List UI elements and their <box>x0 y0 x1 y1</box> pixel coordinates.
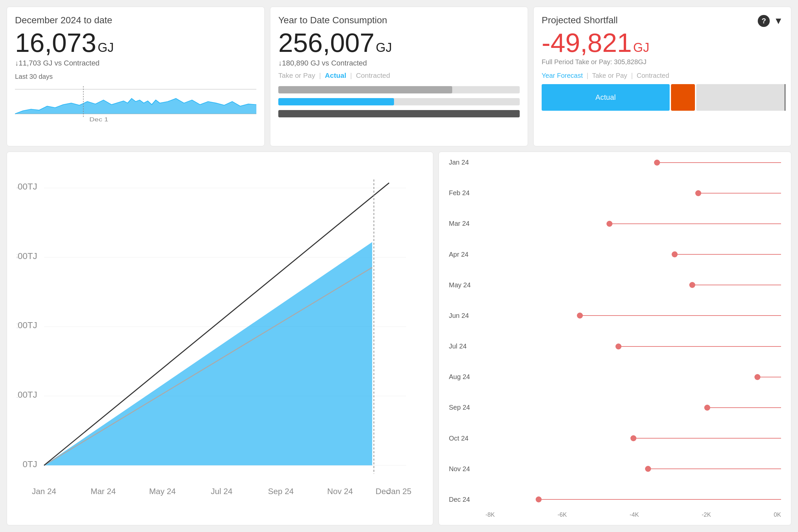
toggle-year-forecast[interactable]: Year Forecast <box>542 72 583 79</box>
large-chart-card: 400TJ 300TJ 200TJ 100TJ 0TJ Dec <box>7 152 433 525</box>
lollipop-dot <box>577 312 583 319</box>
toggle-contracted2[interactable]: Contracted <box>637 72 669 79</box>
lollipop-container: Jan 24Feb 24Mar 24Apr 24May 24Jun 24Jul … <box>449 158 781 508</box>
lollipop-month-label: May 24 <box>449 281 486 289</box>
toggle-takepay[interactable]: Take or Pay <box>278 72 315 79</box>
lollipop-month-label: Jul 24 <box>449 342 486 350</box>
lollipop-line <box>757 377 781 377</box>
card-year-to-date: Year to Date Consumption 256,007 GJ ↓180… <box>270 7 528 146</box>
lollipop-month-label: Jun 24 <box>449 312 486 320</box>
lollipop-track <box>486 315 781 316</box>
lollipop-track <box>486 438 781 439</box>
bar-row-contracted <box>278 110 520 117</box>
lollipop-chart-card: Jan 24Feb 24Mar 24Apr 24May 24Jun 24Jul … <box>439 152 791 525</box>
card3-header: Projected Shortfall ? ▼ <box>542 15 783 30</box>
lollipop-line <box>674 254 781 255</box>
large-area-chart: 400TJ 300TJ 200TJ 100TJ 0TJ Dec <box>17 158 423 518</box>
bar-fill-takepay <box>278 86 452 93</box>
svg-text:0TJ: 0TJ <box>23 459 37 469</box>
sf-actual-bar: Actual <box>542 84 670 111</box>
card2-value: 256,007 <box>278 30 374 56</box>
svg-text:Jul 24: Jul 24 <box>211 487 232 496</box>
lollipop-month-label: Mar 24 <box>449 220 486 227</box>
svg-text:300TJ: 300TJ <box>17 251 37 261</box>
lollipop-dot <box>615 343 622 349</box>
sf-forecast-bar <box>671 84 695 111</box>
shortfall-bars-row: Actual <box>542 84 783 111</box>
svg-marker-14 <box>44 242 372 466</box>
bar-row-actual <box>278 98 520 106</box>
card2-title: Year to Date Consumption <box>278 15 520 25</box>
lollipop-line <box>707 407 781 408</box>
lollipop-month-label: Jan 24 <box>449 158 486 166</box>
full-period-label: Full Period Take or Pay: 305,828GJ <box>542 58 783 66</box>
svg-text:Nov 24: Nov 24 <box>327 487 353 496</box>
sparkline-chart: Dec 1 <box>15 83 256 123</box>
lollipop-track <box>486 223 781 225</box>
lollipop-dot <box>630 435 636 441</box>
card2-toggle[interactable]: Take or Pay | Actual | Contracted <box>278 72 520 79</box>
lollipop-row: Sep 24 <box>449 404 781 411</box>
toggle-actual[interactable]: Actual <box>325 72 346 79</box>
card-december-to-date: December 2024 to date 16,073 GJ ↓11,703 … <box>7 7 265 146</box>
toggle-contracted[interactable]: Contracted <box>356 72 390 79</box>
help-icon[interactable]: ? <box>758 15 770 27</box>
toggle-takepay2[interactable]: Take or Pay <box>592 72 627 79</box>
lollipop-line <box>539 499 781 500</box>
lollipop-row: Dec 24 <box>449 496 781 504</box>
bar-track-actual <box>278 98 520 106</box>
lollipop-axis: -8K -6K -4K -2K 0K <box>449 511 781 518</box>
lollipop-month-label: Nov 24 <box>449 465 486 473</box>
shortfall-toggle[interactable]: Year Forecast | Take or Pay | Contracted <box>542 72 783 79</box>
bar-row-takepay <box>278 86 520 93</box>
lollipop-track <box>486 376 781 378</box>
lollipop-row: Apr 24 <box>449 251 781 258</box>
lollipop-month-label: Dec 24 <box>449 496 486 504</box>
sf-takepay-bar <box>696 84 786 111</box>
axis-label-6k: -6K <box>557 511 567 518</box>
lollipop-month-label: Aug 24 <box>449 373 486 381</box>
lollipop-row: Feb 24 <box>449 189 781 197</box>
lollipop-line <box>698 193 781 193</box>
lollipop-line <box>657 162 781 163</box>
lollipop-dot <box>536 496 542 502</box>
shortfall-chart: Actual <box>542 84 783 138</box>
axis-label-0k: 0K <box>774 511 781 518</box>
lollipop-dot <box>755 374 760 380</box>
lollipop-dot <box>695 190 701 196</box>
card3-value: -49,821 <box>542 30 632 56</box>
card3-icons: ? ▼ <box>758 15 783 27</box>
lollipop-track <box>486 346 781 347</box>
lollipop-row: Aug 24 <box>449 373 781 381</box>
lollipop-dot <box>645 466 651 472</box>
lollipop-dot <box>607 221 612 227</box>
bar-track-contracted <box>278 110 520 117</box>
lollipop-line <box>619 346 781 347</box>
lollipop-line <box>648 469 781 469</box>
sparkline-label: Last 30 days <box>15 73 256 80</box>
lollipop-dot <box>704 405 710 411</box>
card2-sub: ↓180,890 GJ vs Contracted <box>278 59 520 68</box>
card1-value: 16,073 <box>15 30 96 56</box>
svg-text:400TJ: 400TJ <box>17 182 37 191</box>
card3-unit: GJ <box>633 41 649 55</box>
axis-label-4k: -4K <box>629 511 639 518</box>
card1-sub: ↓11,703 GJ vs Contracted <box>15 59 256 68</box>
lollipop-row: Oct 24 <box>449 435 781 442</box>
lollipop-track <box>486 499 781 500</box>
svg-text:200TJ: 200TJ <box>17 320 37 330</box>
lollipop-line <box>633 438 781 439</box>
lollipop-month-label: Sep 24 <box>449 404 486 411</box>
lollipop-track <box>486 254 781 255</box>
bar-fill-contracted <box>278 110 520 117</box>
bar-track-takepay <box>278 86 520 93</box>
lollipop-line <box>609 224 781 224</box>
filter-icon[interactable]: ▼ <box>774 16 783 26</box>
card2-unit: GJ <box>376 41 392 55</box>
lollipop-track <box>486 192 781 194</box>
lollipop-month-label: Oct 24 <box>449 435 486 442</box>
lollipop-dot <box>654 159 660 166</box>
svg-text:Sep 24: Sep 24 <box>268 487 293 496</box>
svg-text:May 24: May 24 <box>149 487 176 496</box>
lollipop-line <box>580 315 781 316</box>
